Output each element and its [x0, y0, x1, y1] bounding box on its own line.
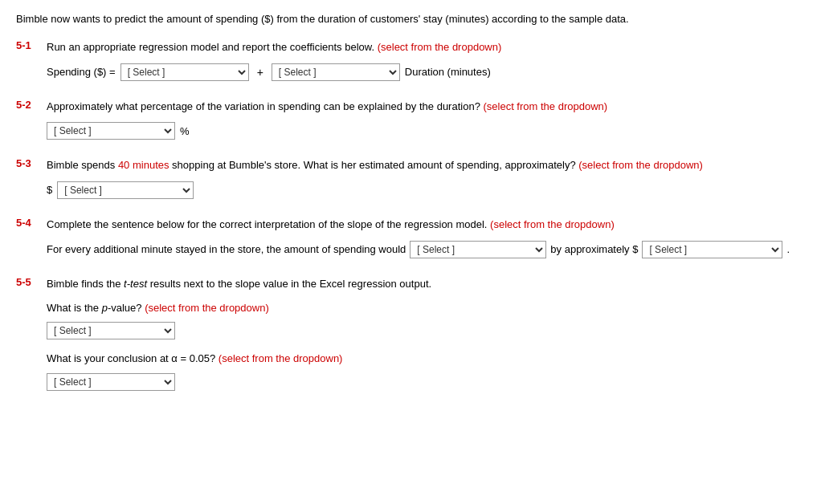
question-5-5-header: 5-5 Bimble finds the t-test results next…: [16, 276, 805, 292]
question-5-3-note: (select from the dropdown): [578, 159, 703, 171]
intro-text: Bimble now wants to predict the amount o…: [16, 13, 805, 25]
spending-label: Spending ($) =: [47, 66, 116, 78]
plus-sign: +: [257, 66, 263, 79]
question-5-2-text: Approximately what percentage of the var…: [47, 99, 607, 115]
question-5-5-sub1-answer: [ Select ]: [47, 322, 805, 339]
conclusion-question-text: What is your conclusion at α = 0.05? (se…: [47, 351, 805, 367]
question-5-3-header: 5-3 Bimble spends 40 minutes shopping at…: [16, 157, 805, 173]
pvalue-note: (select from the dropdown): [145, 302, 269, 314]
select-5-1-slope[interactable]: [ Select ]: [272, 63, 400, 81]
question-5-2-number: 5-2: [16, 99, 40, 111]
select-5-5-pvalue[interactable]: [ Select ]: [47, 322, 175, 339]
select-5-1-intercept[interactable]: [ Select ]: [120, 63, 249, 81]
question-5-4-text: Complete the sentence below for the corr…: [47, 217, 615, 233]
question-5-5: 5-5 Bimble finds the t-test results next…: [16, 276, 805, 391]
select-5-4-direction[interactable]: [ Select ]: [410, 241, 546, 258]
select-5-3-spending[interactable]: [ Select ]: [57, 181, 194, 199]
question-5-5-sub2: What is your conclusion at α = 0.05? (se…: [47, 351, 805, 391]
conclusion-note: (select from the dropdown): [219, 352, 343, 364]
select-5-4-amount[interactable]: [ Select ]: [642, 241, 782, 258]
sentence-start: For every additional minute stayed in th…: [47, 240, 406, 258]
by-approximately-text: by approximately $: [550, 240, 638, 258]
question-5-1-text: Run an appropriate regression model and …: [47, 39, 501, 55]
percent-sign: %: [180, 125, 190, 137]
question-5-1-note: (select from the dropdown): [378, 41, 502, 53]
question-5-4-header: 5-4 Complete the sentence below for the …: [16, 217, 805, 233]
question-5-1-number: 5-1: [16, 39, 40, 51]
ttest-label: t-test: [124, 278, 147, 290]
pvalue-question-text: What is the p-value? (select from the dr…: [47, 300, 805, 316]
question-5-1-header: 5-1 Run an appropriate regression model …: [16, 39, 805, 55]
question-5-2-header: 5-2 Approximately what percentage of the…: [16, 99, 805, 115]
select-5-2-percentage[interactable]: [ Select ]: [47, 122, 175, 140]
question-5-4: 5-4 Complete the sentence below for the …: [16, 217, 805, 259]
question-5-4-answer: For every additional minute stayed in th…: [47, 240, 805, 258]
select-5-5-conclusion[interactable]: [ Select ]: [47, 373, 175, 391]
question-5-3-number: 5-3: [16, 157, 40, 169]
period: .: [786, 240, 790, 258]
question-5-4-number: 5-4: [16, 217, 40, 229]
question-5-3-answer: $ [ Select ]: [47, 181, 805, 199]
question-5-3-text: Bimble spends 40 minutes shopping at Bum…: [47, 157, 703, 173]
highlight-40min: 40 minutes: [118, 159, 170, 171]
question-5-3: 5-3 Bimble spends 40 minutes shopping at…: [16, 157, 805, 199]
question-5-5-sub2-answer: [ Select ]: [47, 373, 805, 391]
question-5-1: 5-1 Run an appropriate regression model …: [16, 39, 805, 81]
question-5-2-answer: [ Select ] %: [47, 122, 805, 140]
question-5-5-number: 5-5: [16, 276, 40, 288]
question-5-2: 5-2 Approximately what percentage of the…: [16, 99, 805, 140]
question-5-2-note: (select from the dropdown): [483, 100, 607, 112]
question-5-4-note: (select from the dropdown): [490, 218, 615, 230]
dollar-sign-5-3: $: [47, 184, 52, 196]
question-5-5-text: Bimble finds the t-test results next to …: [47, 276, 431, 292]
question-5-5-sub1: What is the p-value? (select from the dr…: [47, 300, 805, 340]
duration-label: Duration (minutes): [405, 66, 491, 78]
p-italic: p: [102, 302, 108, 314]
question-5-1-answer: Spending ($) = [ Select ] + [ Select ] D…: [47, 63, 805, 81]
